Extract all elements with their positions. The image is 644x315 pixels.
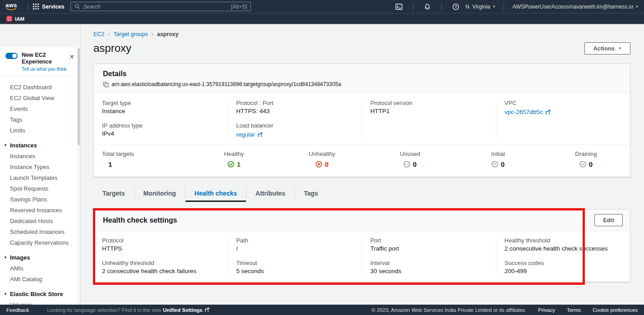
help-button[interactable]: ? [450,2,462,12]
breadcrumb-separator-icon: › [108,31,110,37]
caret-down-icon: ▼ [618,46,622,50]
account-menu[interactable]: AWSPowerUserAccess/navaneeth.kn@harness.… [512,4,639,10]
scrollbar-thumb[interactable] [78,48,80,145]
footer-bar: Feedback Looking for language selection?… [0,305,644,315]
tell-us-link[interactable]: Tell us what you think [22,66,75,72]
global-search[interactable]: [Alt+S] [70,2,251,11]
services-label: Services [42,4,64,10]
clock-circle-icon [491,161,498,168]
new-experience-toggle[interactable] [5,53,18,59]
healthy-threshold-label: Healthy threshold [505,237,622,244]
path-label: Path [236,237,353,244]
cloudshell-button[interactable] [393,2,405,12]
aws-smile-icon [6,8,17,11]
breadcrumb-ec2[interactable]: EC2 [93,31,104,37]
search-input[interactable] [83,4,228,10]
unhealthy-threshold-label: Unhealthy threshold [102,260,219,266]
terminal-icon [395,3,403,10]
unified-settings-link[interactable]: Unified Settings [163,307,209,313]
sidebar-item-limits[interactable]: Limits [0,125,80,136]
sidebar-scrollbar[interactable] [77,47,80,305]
grid-icon [33,4,39,9]
caret-down-icon: ▼ [635,5,639,8]
sidebar-item-dedicated-hosts[interactable]: Dedicated Hosts [0,215,80,226]
sidebar-item-capacity-reservations[interactable]: Capacity Reservations [0,237,80,248]
page-title: asproxy [93,42,131,55]
interval-label: Interval [371,260,488,266]
divider [504,3,504,10]
tab-targets[interactable]: Targets [93,187,134,201]
favorites-bar: IAM [0,13,644,24]
protocol-port-label: Protocol : Port [236,100,353,106]
cookie-preferences-link[interactable]: Cookie preferences [593,307,638,313]
divider [413,3,413,10]
sidebar-item-reserved-instances[interactable]: Reserved Instances [0,205,80,215]
close-icon[interactable]: ✕ [69,54,74,60]
sidebar-section-instances[interactable]: ▼ Instances [0,140,80,151]
aws-logo[interactable]: aws [5,3,17,11]
tab-monitoring[interactable]: Monitoring [134,187,185,201]
load-balancer-link[interactable]: regular [236,131,263,138]
sidebar-item-volumes[interactable]: Volumes [0,299,80,305]
notifications-button[interactable] [422,2,433,12]
details-header: Details arn:aws:elasticloadbalancing:us-… [94,64,630,93]
ip-address-type-label: IP address type [102,122,219,129]
caret-down-icon: ▼ [4,292,7,296]
breadcrumb-target-groups[interactable]: Target groups [113,31,148,37]
port-value: Traffic port [371,245,488,252]
new-ec2-experience-panel: New EC2 Experience Tell us what you thin… [0,47,80,76]
feedback-link[interactable]: Feedback [6,307,29,313]
caret-down-icon: ▼ [4,256,7,260]
health-check-header: Health check settings Edit [94,210,630,231]
sidebar-item-scheduled-instances[interactable]: Scheduled Instances [0,226,80,237]
health-check-grid: Protocol HTTPS Unhealthy threshold 2 con… [94,231,630,282]
breadcrumb-current: asproxy [157,31,179,37]
svg-text:?: ? [455,5,457,9]
main-content: EC2 › Target groups › asproxy asproxy Ac… [81,24,644,305]
sidebar-item-savings-plans[interactable]: Savings Plans [0,194,80,205]
healthy-threshold-value: 2 consecutive health check successes [505,245,622,252]
favorite-iam[interactable]: IAM [6,16,24,22]
sidebar-item-tags[interactable]: Tags [0,114,80,125]
actions-button[interactable]: Actions ▼ [584,42,630,55]
interval-value: 30 seconds [371,268,488,274]
privacy-link[interactable]: Privacy [538,307,555,313]
details-title: Details [103,70,621,78]
sidebar-item-spot-requests[interactable]: Spot Requests [0,183,80,194]
initial-label: Initial [454,151,542,157]
sidebar-item-launch-templates[interactable]: Launch Templates [0,172,80,183]
tab-tags[interactable]: Tags [294,187,327,201]
vpc-link[interactable]: vpc-2657db5c [505,109,551,115]
external-link-icon [257,132,263,137]
terms-link[interactable]: Terms [567,307,581,313]
caret-down-icon: ▼ [4,143,7,147]
ellipsis-circle-icon [403,161,410,168]
services-menu-button[interactable]: Services [33,4,64,10]
healthy-label: Healthy [190,151,278,157]
sidebar-section-images[interactable]: ▼ Images [0,252,80,263]
sidebar-nav: EC2 Dashboard EC2 Global View Events Tag… [0,76,80,305]
edit-button[interactable]: Edit [594,214,623,226]
target-group-arn: arn:aws:elasticloadbalancing:us-east-1:3… [111,81,341,87]
draining-value: 0 [589,160,593,168]
sidebar-item-ec2-dashboard[interactable]: EC2 Dashboard [0,82,80,92]
x-circle-icon [315,161,322,168]
sidebar-item-instances[interactable]: Instances [0,151,80,161]
sidebar-top-gap [0,24,80,47]
sidebar-section-elastic-block-store[interactable]: ▼ Elastic Block Store [0,288,80,299]
copy-icon[interactable] [103,82,109,87]
sidebar-item-amis[interactable]: AMIs [0,263,80,274]
tab-health-checks[interactable]: Health checks [185,187,246,201]
sidebar-item-instance-types[interactable]: Instance Types [0,161,80,172]
tab-attributes[interactable]: Attributes [246,187,294,201]
sidebar-item-ec2-global-view[interactable]: EC2 Global View [0,92,80,103]
target-type-value: Instance [102,108,219,114]
sidebar-item-ami-catalog[interactable]: AMI Catalog [0,274,80,284]
region-selector[interactable]: N. Virginia ▼ [465,4,496,10]
sidebar-item-events[interactable]: Events [0,103,80,114]
language-selection-text: Looking for language selection? Find it … [47,307,162,313]
region-label: N. Virginia [465,4,490,10]
total-targets-value: 1 [108,160,112,168]
detail-tabs: Targets Monitoring Health checks Attribu… [93,187,327,201]
unhealthy-label: Unhealthy [278,151,366,157]
